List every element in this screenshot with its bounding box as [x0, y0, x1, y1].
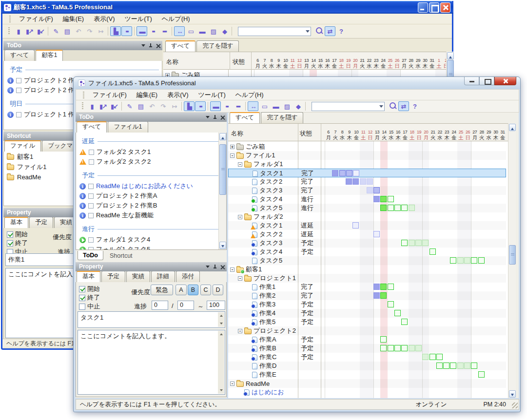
maximize-button[interactable] — [429, 2, 439, 13]
rect-cross-icon[interactable]: ▨ — [208, 26, 218, 36]
expander-expanded[interactable]: - — [238, 329, 242, 333]
eraser-icon[interactable]: ◆ — [219, 26, 230, 36]
priority-button-緊急[interactable]: 緊急 — [151, 285, 173, 295]
menu-item[interactable]: 表示(V) — [163, 90, 193, 100]
todo-item-checkbox[interactable] — [16, 112, 21, 117]
property-checkbox-row[interactable]: 開始 — [79, 285, 100, 293]
checkbox-checked[interactable] — [7, 240, 13, 247]
rect-outline-icon[interactable]: ▭ — [259, 101, 270, 111]
table-row[interactable]: タスク5 — [228, 256, 506, 265]
todo-item-checkbox[interactable] — [88, 193, 94, 199]
close-button[interactable] — [494, 77, 516, 85]
menu-item[interactable]: ヘルプ(H) — [157, 14, 195, 24]
property-tab[interactable]: 実績 — [126, 271, 150, 282]
property-panel-header[interactable]: Property — [76, 262, 227, 271]
table-row[interactable]: -フォルダ2 — [228, 212, 506, 221]
rect-cross-icon[interactable]: ▨ — [281, 101, 292, 111]
menu-item[interactable]: 表示(V) — [89, 14, 119, 24]
checkbox-checked[interactable] — [7, 231, 13, 238]
table-row[interactable]: タスク1完了 — [228, 169, 506, 177]
table-row[interactable]: 作業D — [228, 362, 506, 370]
bar-dots-icon[interactable]: ▪▪▪ — [233, 101, 243, 111]
todo-panel-header[interactable]: ToDo — [3, 41, 162, 50]
jump-icon[interactable]: ↦ — [169, 101, 179, 111]
priority-button-D[interactable]: D — [213, 285, 223, 295]
table-row[interactable]: +ごみ箱 — [228, 142, 506, 151]
bar-solid-icon[interactable]: ▬ — [137, 26, 147, 36]
name-column-header[interactable]: 名称 — [166, 58, 178, 66]
table-row[interactable]: -ReadMe — [228, 379, 506, 388]
close-panel-icon[interactable] — [156, 43, 160, 48]
table-row[interactable]: タスク4進行 — [228, 195, 506, 204]
scroll-down-icon[interactable] — [219, 242, 226, 249]
table-row[interactable]: 作業5予定 — [228, 318, 506, 326]
todo-item-checkbox[interactable] — [88, 247, 94, 250]
table-row[interactable]: 作業C予定 — [228, 353, 506, 362]
bar-dash-icon[interactable]: ▪▪ — [148, 26, 158, 36]
undo-icon[interactable]: ↶ — [73, 26, 83, 36]
bar-dash-icon[interactable]: ▪▪ — [221, 101, 232, 111]
table-row[interactable]: 作業4予定 — [228, 309, 506, 318]
priority-button-A[interactable]: A — [176, 285, 187, 295]
expander-expanded[interactable]: - — [238, 215, 242, 219]
table-row[interactable]: 作業1完了 — [228, 283, 506, 291]
shortcut-tab[interactable]: ファイル — [4, 140, 41, 152]
task-name-field[interactable]: タスク1 — [78, 311, 225, 328]
menu-item[interactable]: ツール(T) — [194, 90, 230, 100]
priority-button-C[interactable]: C — [200, 285, 211, 295]
todo-scrollbar[interactable] — [218, 133, 226, 249]
minimize-button[interactable] — [464, 77, 479, 85]
table-row[interactable]: -プロジェクト2 — [228, 326, 506, 335]
todo-item[interactable]: iプロジェクト2 作業A — [76, 191, 226, 201]
pane-tab[interactable]: すべて — [230, 112, 260, 123]
todo-item-checkbox[interactable] — [88, 203, 94, 209]
undo-icon[interactable]: ↶ — [146, 101, 157, 111]
menu-item[interactable]: ファイル(F) — [15, 14, 58, 24]
table-row[interactable]: 作業2完了 — [228, 291, 506, 300]
edit-pencil-icon[interactable]: ✎ — [124, 101, 135, 111]
gantt-dots-icon[interactable]: ▪▪ — [195, 101, 206, 111]
export-file-icon[interactable]: ▮↗ — [24, 26, 35, 36]
property-tab[interactable]: 予定 — [29, 217, 53, 228]
table-row[interactable]: はじめにお — [228, 388, 506, 397]
expander-expanded[interactable]: - — [238, 162, 242, 167]
gantt-dots-icon[interactable]: ▪▪ — [121, 26, 132, 36]
todo-tab[interactable]: すべて — [77, 121, 107, 133]
todo-item[interactable]: iReadMe はじめにお読みください — [76, 181, 226, 191]
checkbox-checked[interactable] — [79, 286, 85, 292]
todo-item[interactable]: フォルダ1 タスク5 — [76, 245, 226, 250]
scroll-up-icon[interactable] — [509, 124, 516, 131]
table-row[interactable]: 作業3予定 — [228, 300, 506, 309]
table-row[interactable]: -プロジェクト1 — [228, 274, 506, 283]
table-row[interactable]: 作業E — [228, 370, 506, 379]
todo-item-checkbox[interactable] — [88, 213, 94, 218]
property-tab[interactable]: 詳細 — [151, 271, 175, 282]
gantt-step-icon[interactable]: ▙ — [184, 101, 195, 111]
property-tab[interactable]: 添付 — [176, 271, 200, 282]
table-row[interactable]: タスク2遅延 — [228, 230, 506, 239]
menu-item[interactable]: 編集(E) — [132, 90, 162, 100]
todo-item[interactable]: iReadMe 主な新機能 — [76, 210, 226, 220]
todo-tab[interactable]: 顧客1 — [36, 50, 63, 61]
search-icon[interactable] — [314, 26, 324, 36]
minimize-button[interactable] — [418, 2, 428, 13]
search-icon[interactable] — [388, 101, 398, 111]
scroll-down-icon[interactable] — [509, 390, 516, 398]
dock-tab[interactable]: ToDo — [78, 251, 103, 260]
new-document-icon[interactable]: ▮ — [13, 26, 23, 36]
resize-grip[interactable] — [512, 402, 518, 408]
progress-min-input[interactable]: 0 — [177, 301, 194, 310]
jump-icon[interactable]: ↦ — [95, 26, 106, 36]
export-file-icon[interactable]: ▮↗ — [98, 101, 108, 111]
checkbox-checked[interactable] — [79, 295, 85, 301]
panel-menu-icon[interactable] — [206, 116, 210, 120]
new-document-icon[interactable]: ▮ — [86, 101, 97, 111]
expander-expanded[interactable]: - — [230, 382, 234, 386]
background-titlebar[interactable]: 顧客1.xhc5 - TaMa.5 Professional — [1, 1, 453, 14]
property-checkbox-row[interactable]: 終了 — [7, 239, 28, 248]
open-folder-icon[interactable]: ▤ — [61, 26, 72, 36]
redo-icon[interactable]: ↷ — [157, 101, 168, 111]
todo-item-checkbox[interactable] — [89, 159, 94, 165]
redo-icon[interactable]: ↷ — [84, 26, 95, 36]
table-row[interactable]: タスク4予定 — [228, 248, 506, 256]
